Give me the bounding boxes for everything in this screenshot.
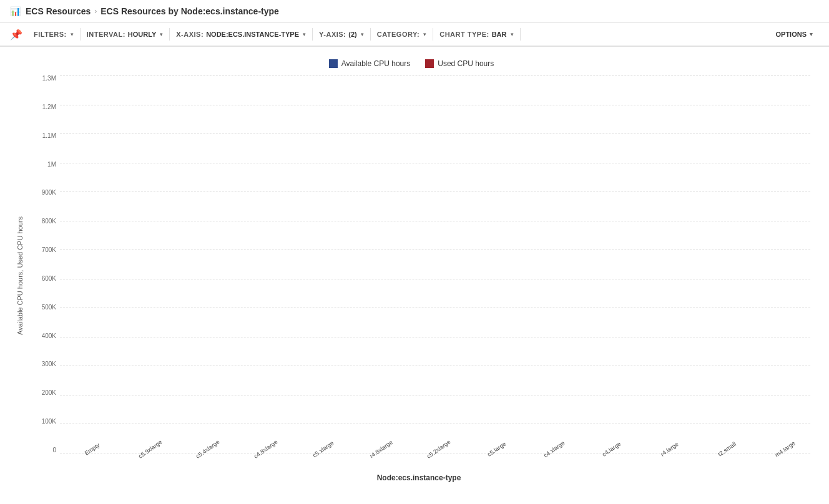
x-label: m4.large (772, 437, 797, 458)
filters-control[interactable]: FILTERS: ▾ (27, 28, 81, 41)
y-tick: 200K (27, 390, 60, 396)
y-tick: 500K (27, 304, 60, 311)
y-tick: 300K (27, 361, 60, 367)
legend-label-available: Available CPU hours (341, 59, 411, 68)
chart-container: Available CPU hours Used CPU hours Avail… (0, 47, 829, 495)
toolbar: 📌 FILTERS: ▾ INTERVAL: HOURLY ▾ X-AXIS: … (0, 23, 829, 47)
chart-legend: Available CPU hours Used CPU hours (12, 59, 810, 68)
y-tick: 100K (27, 419, 60, 425)
legend-item-used: Used CPU hours (425, 59, 494, 68)
charttype-chevron: ▾ (511, 31, 514, 37)
legend-label-used: Used CPU hours (438, 59, 494, 68)
breadcrumb-separator: › (94, 7, 97, 16)
yaxis-chevron: ▾ (361, 31, 364, 37)
legend-color-used (425, 59, 434, 68)
options-chevron: ▾ (810, 31, 813, 37)
y-tick: 1.2M (27, 104, 60, 110)
breadcrumb-subtitle: ECS Resources by Node:ecs.instance-type (101, 6, 279, 16)
chart-icon: 📊 (10, 6, 21, 16)
bars-row: Emptyc5.9xlargec5.4xlargec4.8xlargec5.xl… (60, 75, 810, 472)
chart-area: Available CPU hours, Used CPU hours 0100… (12, 75, 810, 482)
y-tick: 1.1M (27, 133, 60, 139)
options-button[interactable]: OPTIONS ▾ (769, 28, 819, 41)
x-label: Empty (82, 439, 101, 457)
y-tick: 800K (27, 218, 60, 225)
x-label: c4.large (600, 438, 622, 458)
y-tick: 1M (27, 162, 60, 168)
category-chevron: ▾ (423, 31, 426, 37)
category-control[interactable]: CATEGORY: ▾ (371, 28, 433, 41)
yaxis-control[interactable]: Y-AXIS: (2) ▾ (313, 28, 371, 41)
y-tick: 900K (27, 190, 60, 196)
x-label: t2.small (715, 439, 737, 458)
x-label: c5.xlarge (310, 437, 335, 458)
x-label: c4.xlarge (541, 437, 566, 458)
filters-chevron: ▾ (71, 31, 74, 37)
y-tick: 400K (27, 333, 60, 339)
xaxis-control[interactable]: X-AXIS: NODE:ECS.INSTANCE-TYPE ▾ (170, 28, 313, 41)
y-ticks: 0100K200K300K400K500K600K700K800K900K1M1… (27, 75, 60, 472)
yaxis-label: Available CPU hours, Used CPU hours (16, 223, 24, 335)
x-label: c5.9xlarge (135, 436, 164, 459)
legend-item-available: Available CPU hours (329, 59, 411, 68)
x-label: r4.8xlarge (366, 437, 393, 460)
y-tick: 0 (27, 447, 60, 453)
y-tick: 600K (27, 276, 60, 282)
xaxis-chevron: ▾ (303, 31, 306, 37)
pin-icon: 📌 (10, 29, 22, 41)
charttype-control[interactable]: CHART TYPE: BAR ▾ (433, 28, 520, 41)
y-tick: 700K (27, 247, 60, 253)
plot-area: 0100K200K300K400K500K600K700K800K900K1M1… (27, 75, 810, 472)
chart-inner: 0100K200K300K400K500K600K700K800K900K1M1… (27, 75, 810, 482)
breadcrumb-title: ECS Resources (26, 6, 91, 16)
x-label: r4.large (658, 439, 680, 458)
bars-and-grid: Emptyc5.9xlargec5.4xlargec4.8xlargec5.xl… (60, 75, 810, 472)
y-tick: 1.3M (27, 75, 60, 82)
x-label: c5.large (484, 438, 507, 458)
yaxis-label-container: Available CPU hours, Used CPU hours (12, 75, 27, 482)
x-label: c5.4xlarge (193, 436, 221, 459)
xaxis-label: Node:ecs.instance-type (27, 472, 810, 482)
x-label: c5.2xlarge (424, 436, 452, 459)
header: 📊 ECS Resources › ECS Resources by Node:… (0, 0, 829, 23)
app-container: 📊 ECS Resources › ECS Resources by Node:… (0, 0, 829, 495)
interval-control[interactable]: INTERVAL: HOURLY ▾ (81, 28, 170, 41)
interval-chevron: ▾ (160, 31, 163, 37)
legend-color-available (329, 59, 338, 68)
x-label: c4.8xlarge (251, 436, 279, 459)
